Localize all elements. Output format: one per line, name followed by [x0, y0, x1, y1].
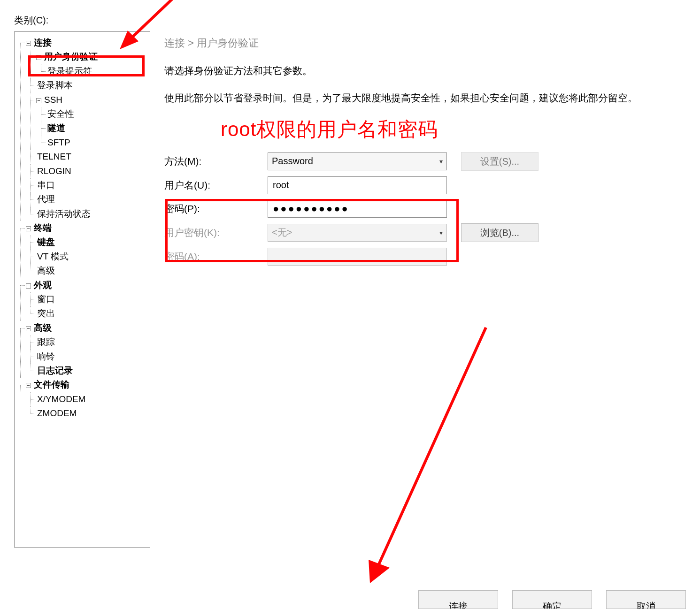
tree-item-security[interactable]: 安全性	[37, 107, 148, 121]
cancel-button[interactable]: 取消	[606, 590, 686, 609]
tree-label-terminal: 终端	[34, 223, 52, 233]
ok-button[interactable]: 确定	[512, 590, 592, 609]
dialog-columns: −连接 −用户身份验证 登录提示符 登录脚本 −SSH	[14, 31, 686, 557]
tree-label-keyboard: 键盘	[37, 237, 55, 247]
tree-item-xymodem[interactable]: X/YMODEM	[27, 392, 148, 406]
tree-item-terminal[interactable]: −终端 键盘 VT 模式 高级	[16, 221, 148, 278]
minus-icon[interactable]: −	[26, 326, 31, 331]
svg-marker-3	[369, 560, 390, 583]
username-input[interactable]: root	[268, 176, 447, 194]
method-select[interactable]: Password ▾	[268, 152, 447, 170]
userkey-value: <无>	[272, 226, 292, 239]
minus-icon[interactable]: −	[26, 283, 31, 289]
tree-item-window[interactable]: 窗口	[27, 292, 148, 306]
password-input[interactable]: ●●●●●●●●●●	[268, 200, 447, 218]
minus-icon[interactable]: −	[26, 226, 31, 231]
minus-icon[interactable]: −	[36, 55, 41, 60]
chevron-down-icon: ▾	[439, 229, 443, 236]
tree-label-advanced: 高级	[37, 266, 55, 275]
description-line2: 使用此部分以节省登录时间。但是，为了最大限度地提高安全性，如果担心安全问题，建议…	[164, 89, 681, 107]
browse-button[interactable]: 浏览(B)...	[461, 223, 538, 242]
tree-item-keyboard[interactable]: 键盘	[27, 235, 148, 249]
breadcrumb: 连接 > 用户身份验证	[164, 36, 681, 50]
minus-icon[interactable]: −	[26, 41, 31, 46]
tree-label-tunnel: 隧道	[47, 123, 65, 133]
row-password: 密码(P): ●●●●●●●●●●	[164, 200, 681, 218]
tree-label-appearance: 外观	[34, 280, 52, 290]
tree-item-login-prompt[interactable]: 登录提示符	[37, 64, 148, 78]
tree-item-trace[interactable]: 跟踪	[27, 335, 148, 349]
userkey-select: <无> ▾	[268, 224, 447, 242]
tree-label-telnet: TELNET	[37, 152, 71, 161]
tree-item-advanced[interactable]: 高级	[27, 264, 148, 278]
connect-button[interactable]: 连接	[418, 590, 498, 609]
tree-label-logging: 日志记录	[37, 365, 73, 375]
tree-item-connection[interactable]: −连接 −用户身份验证 登录提示符 登录脚本 −SSH	[16, 36, 148, 221]
minus-icon[interactable]: −	[26, 383, 31, 388]
row-username: 用户名(U): root	[164, 176, 681, 194]
tree-label-user-auth: 用户身份验证	[44, 52, 98, 61]
settings-button: 设置(S)...	[461, 152, 538, 171]
tree-item-login-script[interactable]: 登录脚本	[27, 78, 148, 92]
row-userkey: 用户密钥(K): <无> ▾ 浏览(B)...	[164, 223, 681, 242]
label-passphrase: 密码(A):	[164, 250, 268, 263]
tree-label-trace: 跟踪	[37, 337, 55, 347]
tree-label-window: 窗口	[37, 294, 55, 304]
category-label: 类别(C):	[14, 14, 686, 27]
tree-item-keepalive[interactable]: 保持活动状态	[27, 207, 148, 221]
tree-label-highlight: 突出	[37, 308, 55, 318]
tree-label-advanced2: 高级	[34, 323, 52, 333]
label-username: 用户名(U):	[164, 179, 268, 192]
tree-item-bell[interactable]: 响铃	[27, 350, 148, 364]
tree-item-appearance[interactable]: −外观 窗口 突出	[16, 278, 148, 321]
label-method: 方法(M):	[164, 155, 268, 168]
tree-item-vt-mode[interactable]: VT 模式	[27, 250, 148, 264]
minus-icon[interactable]: −	[36, 98, 41, 103]
description-line1: 请选择身份验证方法和其它参数。	[164, 62, 681, 80]
tree-item-advanced2[interactable]: −高级 跟踪 响铃 日志记录	[16, 321, 148, 378]
tree-label-keepalive: 保持活动状态	[37, 209, 91, 219]
category-tree[interactable]: −连接 −用户身份验证 登录提示符 登录脚本 −SSH	[16, 36, 148, 421]
label-password: 密码(P):	[164, 202, 268, 215]
tree-item-file-transfer[interactable]: −文件传输 X/YMODEM ZMODEM	[16, 378, 148, 420]
tree-label-login-script: 登录脚本	[37, 80, 73, 90]
tree-label-zmodem: ZMODEM	[37, 408, 77, 418]
tree-item-zmodem[interactable]: ZMODEM	[27, 406, 148, 420]
tree-label-login-prompt: 登录提示符	[47, 66, 92, 76]
session-properties-dialog: 类别(C): −连接 −用户身份验证 登录提示符 登录	[0, 0, 700, 609]
content-panel: 连接 > 用户身份验证 请选择身份验证方法和其它参数。 使用此部分以节省登录时间…	[160, 31, 686, 557]
tree-item-telnet[interactable]: TELNET	[27, 150, 148, 164]
tree-item-user-auth[interactable]: −用户身份验证 登录提示符	[27, 50, 148, 78]
annotation-text: root权限的用户名和密码	[221, 116, 681, 143]
tree-label-sftp: SFTP	[47, 137, 70, 147]
tree-label-proxy: 代理	[37, 194, 55, 204]
dialog-button-bar: 连接 确定 取消	[418, 590, 686, 609]
tree-item-logging[interactable]: 日志记录	[27, 364, 148, 378]
chevron-down-icon: ▾	[439, 158, 443, 165]
row-passphrase: 密码(A):	[164, 248, 681, 266]
tree-label-security: 安全性	[47, 109, 74, 119]
tree-item-tunnel[interactable]: 隧道	[37, 121, 148, 135]
method-value: Password	[272, 156, 313, 167]
row-method: 方法(M): Password ▾ 设置(S)...	[164, 152, 681, 171]
passphrase-input	[268, 248, 447, 266]
tree-label-rlogin: RLOGIN	[37, 166, 71, 176]
tree-label-xymodem: X/YMODEM	[37, 394, 85, 404]
tree-label-bell: 响铃	[37, 351, 55, 361]
tree-item-rlogin[interactable]: RLOGIN	[27, 164, 148, 178]
tree-item-sftp[interactable]: SFTP	[37, 136, 148, 150]
tree-label-vt-mode: VT 模式	[37, 251, 69, 261]
tree-label-ssh: SSH	[44, 95, 62, 105]
label-userkey: 用户密钥(K):	[164, 226, 268, 239]
tree-item-serial[interactable]: 串口	[27, 178, 148, 192]
tree-item-ssh[interactable]: −SSH 安全性 隧道 SFTP	[27, 93, 148, 150]
tree-label-connection: 连接	[34, 38, 52, 47]
category-tree-panel: −连接 −用户身份验证 登录提示符 登录脚本 −SSH	[14, 31, 150, 548]
tree-label-serial: 串口	[37, 180, 55, 190]
tree-item-proxy[interactable]: 代理	[27, 192, 148, 206]
tree-item-highlight[interactable]: 突出	[27, 306, 148, 320]
tree-label-file-transfer: 文件传输	[34, 380, 69, 389]
